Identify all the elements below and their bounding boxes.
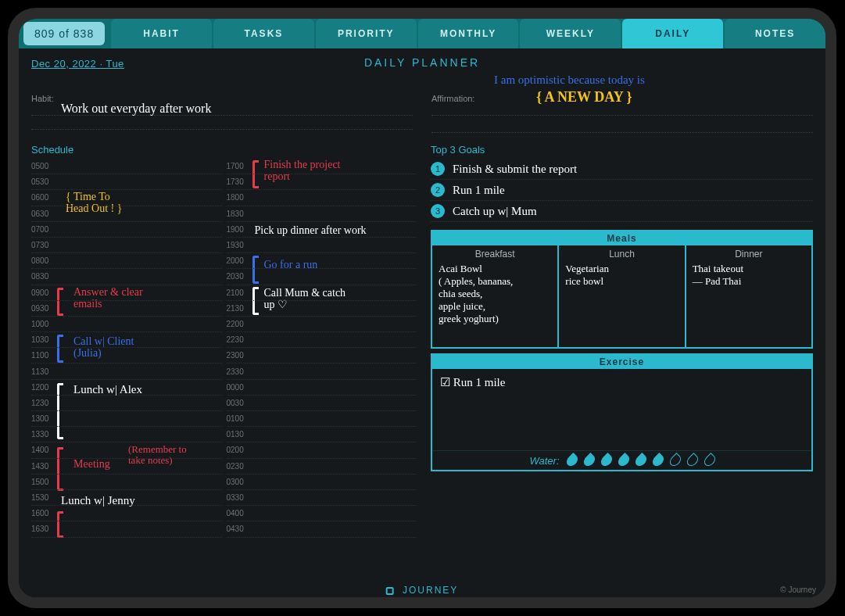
schedule-row: 1530 xyxy=(31,490,222,506)
schedule-section: Schedule { Time To Head Out ! } Answer &… xyxy=(31,144,417,596)
schedule-time: 1430 xyxy=(31,462,55,471)
schedule-row: 0730 xyxy=(31,238,222,253)
habit-text: Work out everyday after work xyxy=(61,102,413,116)
schedule-row: 0830 xyxy=(31,269,222,285)
schedule-time: 1230 xyxy=(31,399,55,407)
schedule-row: 2130 xyxy=(227,301,417,317)
tab-monthly[interactable]: MONTHLY xyxy=(418,19,519,48)
schedule-time: 0730 xyxy=(31,241,55,249)
schedule-row: 1430 xyxy=(31,459,222,475)
schedule-row: 1200 xyxy=(31,380,222,396)
copyright: © Journey xyxy=(780,586,816,594)
schedule-time: 1200 xyxy=(31,383,55,392)
schedule-row: 1930 xyxy=(227,238,417,253)
water-drop-icon[interactable] xyxy=(564,453,580,468)
schedule-time: 2200 xyxy=(227,320,250,328)
water-drop-icon[interactable] xyxy=(582,453,597,468)
schedule-row: 1400 xyxy=(31,442,222,458)
goal-2: 2 Run 1 mile xyxy=(431,180,813,201)
schedule-time: 1100 xyxy=(31,351,55,360)
schedule-row: 0000 xyxy=(227,380,417,396)
schedule-row: 1500 xyxy=(31,475,222,490)
schedule-row: 2200 xyxy=(227,317,417,332)
schedule-time: 1300 xyxy=(31,414,55,423)
meals-box: Meals Breakfast Acai Bowl ( Apples, bana… xyxy=(431,230,813,349)
goal-3: 3 Catch up w| Mum xyxy=(431,201,813,222)
schedule-row: 0130 xyxy=(227,427,417,442)
schedule-row: 2030 xyxy=(227,269,417,285)
breakfast-label: Breakfast xyxy=(439,249,551,260)
water-drop-icon[interactable] xyxy=(616,453,632,468)
schedule-row: 0100 xyxy=(227,411,417,427)
schedule-row: 0800 xyxy=(31,253,222,269)
dinner-text: Thai takeout — Pad Thai xyxy=(693,263,805,288)
schedule-row: 2300 xyxy=(227,348,417,364)
schedule-time: 2030 xyxy=(227,272,250,281)
schedule-row: 1800 xyxy=(227,190,417,206)
tab-weekly[interactable]: WEEKLY xyxy=(520,19,621,48)
goal-3-text: Catch up w| Mum xyxy=(453,205,537,218)
schedule-time: 0200 xyxy=(227,446,250,454)
meal-lunch: Lunch Vegetarian rice bowl xyxy=(559,245,686,347)
schedule-row: 0630 xyxy=(31,206,222,222)
water-drop-icon[interactable] xyxy=(650,453,666,468)
top3-label: Top 3 Goals xyxy=(431,144,813,156)
planner-content: Dec 20, 2022 · Tue DAILY PLANNER Habit: … xyxy=(19,48,825,597)
exercise-box: Exercise ☑ Run 1 mile Water: xyxy=(431,353,813,471)
schedule-row: 1630 xyxy=(31,521,222,537)
tab-tasks[interactable]: TASKS xyxy=(213,19,314,48)
schedule-time: 1830 xyxy=(227,210,250,218)
meal-breakfast: Breakfast Acai Bowl ( Apples, bananas, c… xyxy=(432,245,559,347)
goal-1: 1 Finish & submit the report xyxy=(431,159,813,180)
date-link[interactable]: Dec 20, 2022 · Tue xyxy=(31,58,124,70)
schedule-time: 0500 xyxy=(31,162,55,170)
schedule-row: 2000 xyxy=(227,253,417,269)
schedule-time: 1800 xyxy=(227,193,250,202)
schedule-time: 0530 xyxy=(31,177,55,186)
schedule-row: 1330 xyxy=(31,427,222,442)
schedule-time: 0230 xyxy=(227,462,250,471)
journey-icon xyxy=(386,587,394,595)
tab-daily[interactable]: DAILY xyxy=(622,19,723,48)
schedule-time: 2330 xyxy=(227,367,250,376)
schedule-time: 1000 xyxy=(31,320,55,328)
schedule-time: 1400 xyxy=(31,446,55,454)
schedule-time: 0700 xyxy=(31,225,55,234)
schedule-time: 0400 xyxy=(227,509,250,518)
water-label: Water: xyxy=(529,455,559,467)
schedule-row: 0230 xyxy=(227,459,417,475)
schedule-row: 1730 xyxy=(227,174,417,190)
schedule-row: 2100 xyxy=(227,285,417,301)
schedule-time: 0900 xyxy=(31,288,55,297)
water-drop-icon[interactable] xyxy=(702,453,718,468)
schedule-row: 0300 xyxy=(227,475,417,490)
water-drop-icon[interactable] xyxy=(668,453,683,468)
schedule-time: 1900 xyxy=(227,225,250,234)
water-drop-icon[interactable] xyxy=(599,453,614,468)
schedule-row: 1830 xyxy=(227,206,417,222)
footer-brand: JOURNEY xyxy=(386,585,459,596)
affirmation-line1: I am optimistic because today is xyxy=(494,73,645,87)
tab-notes[interactable]: NOTES xyxy=(725,19,825,48)
goal-number-2: 2 xyxy=(431,183,445,197)
schedule-time: 0630 xyxy=(31,210,55,218)
water-drop-icon[interactable] xyxy=(633,453,649,468)
schedule-row: 0400 xyxy=(227,506,417,521)
tab-priority[interactable]: PRIORITY xyxy=(316,19,417,48)
tab-habit[interactable]: HABIT xyxy=(111,19,212,48)
schedule-row: 0930 xyxy=(31,301,222,317)
page-title: DAILY PLANNER xyxy=(364,56,480,69)
water-drop-icon[interactable] xyxy=(685,453,700,468)
schedule-time: 1930 xyxy=(227,241,250,249)
lunch-text: Vegetarian rice bowl xyxy=(565,263,678,288)
exercise-text: ☑ Run 1 mile xyxy=(440,376,505,389)
schedule-row: 1230 xyxy=(31,396,222,411)
schedule-time: 2000 xyxy=(227,256,250,265)
schedule-time: 0800 xyxy=(31,256,55,265)
schedule-row: 0600 xyxy=(31,190,222,206)
lunch-label: Lunch xyxy=(565,249,678,260)
schedule-row: 1030 xyxy=(31,332,222,348)
schedule-row: 2330 xyxy=(227,364,417,379)
schedule-row: 1900 xyxy=(227,222,417,238)
schedule-time: 2300 xyxy=(227,351,250,360)
